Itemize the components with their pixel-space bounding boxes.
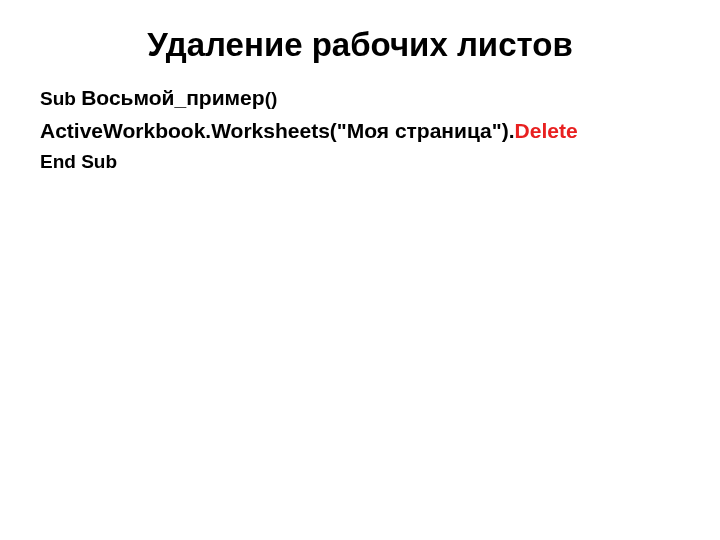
code-line-2: ActiveWorkbook.Worksheets("Моя страница"… xyxy=(40,115,690,148)
procedure-parens: () xyxy=(265,88,278,109)
procedure-name: Восьмой_пример xyxy=(81,86,264,109)
code-line-1: Sub Восьмой_пример() xyxy=(40,82,690,115)
slide-title: Удаление рабочих листов xyxy=(0,0,720,82)
keyword-sub: Sub xyxy=(40,88,81,109)
code-line-3: End Sub xyxy=(40,147,690,176)
code-method-delete: Delete xyxy=(515,119,578,142)
code-statement: ActiveWorkbook.Worksheets("Моя страница"… xyxy=(40,119,515,142)
code-block: Sub Восьмой_пример() ActiveWorkbook.Work… xyxy=(0,82,720,177)
